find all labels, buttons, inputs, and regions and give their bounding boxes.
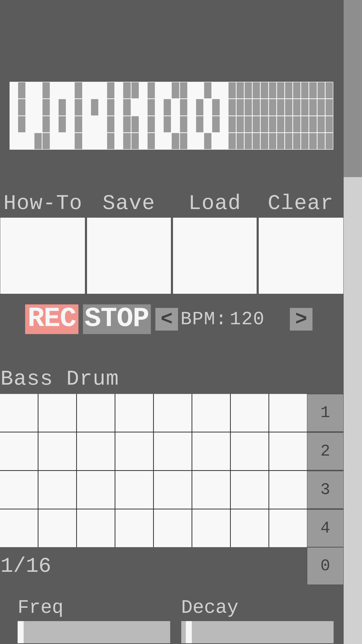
logo-pixel [164,99,171,115]
step-cell[interactable] [38,394,76,432]
logo-pixel [245,82,252,98]
decay-slider-thumb[interactable] [186,621,192,643]
step-cell[interactable] [154,432,192,470]
step-cell[interactable] [115,471,153,509]
step-cell[interactable] [77,471,115,509]
step-cell[interactable] [192,394,230,432]
step-cell[interactable] [115,509,153,547]
menu-label: Load [172,190,258,217]
logo-pixel [67,99,74,115]
logo-pixel [261,116,268,132]
step-cell[interactable] [154,509,192,547]
bpm-label: BPM: [180,309,227,330]
menu-pad[interactable] [258,217,344,294]
step-cell[interactable] [154,394,192,432]
logo-pixel [18,116,25,132]
menu-item-clear[interactable]: Clear [258,190,344,294]
logo-pixel [180,116,187,132]
menu-item-save[interactable]: Save [86,190,172,294]
step-cell[interactable] [231,509,268,547]
logo-pixel [220,82,228,98]
bpm-control: < BPM: 120 > [155,308,312,331]
logo-pixel [140,133,147,149]
step-cell[interactable] [269,509,307,547]
logo-pixel [237,99,244,115]
logo-pixel [301,82,308,98]
logo-pixel [123,116,130,132]
menu-bar: How-To Save Load Clear [0,190,344,294]
step-cell[interactable] [0,432,38,470]
freq-slider[interactable] [18,621,170,643]
step-cell[interactable] [269,471,307,509]
logo-pixel [229,116,236,132]
page-button[interactable]: 2 [307,432,344,470]
menu-item-load[interactable]: Load [172,190,258,294]
step-cell[interactable] [38,471,76,509]
decay-slider[interactable] [181,621,334,643]
freq-label: Freq [18,597,170,621]
step-cell[interactable] [231,432,268,470]
page-zero-button[interactable]: 0 [307,547,344,585]
step-cell[interactable] [231,394,268,432]
step-resolution-label: 1/16 [0,554,307,578]
logo-pixel [212,133,219,149]
step-cell[interactable] [192,432,230,470]
logo-pixel [107,99,114,115]
logo-pixel [293,116,300,132]
menu-item-howto[interactable]: How-To [0,190,86,294]
page-button[interactable]: 3 [307,471,344,509]
logo-pixel [261,99,268,115]
step-cell[interactable] [269,432,307,470]
logo-pixel [34,82,42,98]
vertical-scrollbar[interactable] [344,0,362,644]
freq-slider-thumb[interactable] [18,621,24,643]
step-cell[interactable] [0,471,38,509]
logo-pixel [196,133,203,149]
stop-button[interactable]: STOP [83,304,151,334]
step-cell[interactable] [38,509,76,547]
page-button[interactable]: 4 [307,509,344,547]
step-cell[interactable] [77,509,115,547]
step-cell[interactable] [192,471,230,509]
logo-pixel [269,82,276,98]
bpm-decrement-button[interactable]: < [155,308,178,331]
logo-pixel [261,82,268,98]
page-button[interactable]: 1 [307,394,344,432]
step-cell[interactable] [231,471,268,509]
step-cell[interactable] [0,509,38,547]
logo-pixel [204,116,211,132]
step-cell[interactable] [77,394,115,432]
step-cell[interactable] [115,394,153,432]
logo-pixel [237,133,244,149]
logo-pixel [293,82,300,98]
logo-pixel [277,133,284,149]
step-cell[interactable] [38,432,76,470]
record-button[interactable]: REC [25,304,78,334]
logo-pixel [42,133,50,149]
step-cell[interactable] [115,432,153,470]
logo-pixel [156,133,163,149]
menu-pad[interactable] [173,217,257,294]
logo-pixel [42,99,50,115]
logo-pixel [10,82,17,98]
menu-pad[interactable] [0,217,85,294]
logo-pixel [196,82,203,98]
logo-pixel [10,133,17,149]
scrollbar-thumb[interactable] [344,0,362,177]
step-cell[interactable] [269,394,307,432]
step-cell[interactable] [192,509,230,547]
logo-pixel [67,116,74,132]
logo-pixel [140,82,147,98]
logo-pixel [172,133,179,149]
menu-pad[interactable] [87,217,171,294]
logo-pixel [75,99,82,115]
menu-label: How-To [0,190,86,217]
logo-pixel [245,133,252,149]
bpm-increment-button[interactable]: > [290,308,312,331]
logo-pixel [245,116,252,132]
logo-pixel [285,99,292,115]
step-cell[interactable] [0,394,38,432]
step-cell[interactable] [77,432,115,470]
logo-pixel [59,99,66,115]
step-cell[interactable] [154,471,192,509]
